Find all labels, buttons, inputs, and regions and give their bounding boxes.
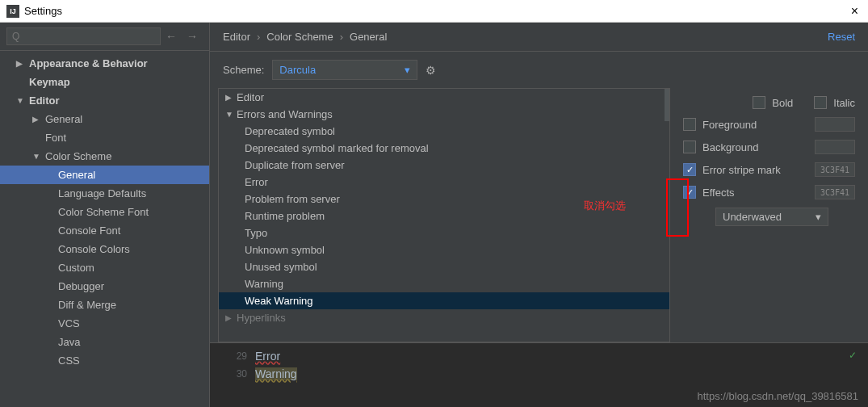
nav-cs-java[interactable]: Java (0, 333, 209, 351)
background-label: Background (702, 141, 808, 153)
watermark: https://blog.csdn.net/qq_39816581 (698, 390, 859, 402)
cat-item[interactable]: Typo (219, 224, 669, 241)
nav-color-scheme[interactable]: ▼Color Scheme (0, 147, 209, 166)
cat-item[interactable]: Unused symbol (219, 258, 669, 275)
nav-cs-general[interactable]: General (0, 166, 209, 184)
sidebar: ← → ▶Appearance & Behavior Keymap ▼Edito… (0, 23, 210, 407)
cat-item[interactable]: Deprecated symbol (219, 123, 669, 140)
chevron-right-icon: › (340, 31, 343, 43)
cat-weak-warning[interactable]: Weak Warning (219, 292, 669, 309)
options-panel: Bold Italic Foreground Background ✓ (670, 88, 868, 342)
bold-label: Bold (772, 97, 793, 109)
nav-cs-vcs[interactable]: VCS (0, 314, 209, 333)
error-stripe-checkbox[interactable]: ✓ (683, 163, 696, 176)
app-icon: IJ (6, 5, 19, 18)
nav-font[interactable]: Font (0, 128, 209, 147)
error-stripe-swatch[interactable]: 3C3F41 (815, 162, 855, 177)
settings-tree: ▶Appearance & Behavior Keymap ▼Editor ▶G… (0, 51, 209, 407)
background-checkbox[interactable] (683, 141, 696, 153)
background-swatch[interactable] (815, 140, 855, 154)
scrollbar[interactable] (665, 89, 669, 121)
nav-keymap[interactable]: Keymap (0, 73, 209, 91)
titlebar: IJ Settings × (0, 0, 868, 23)
cat-item[interactable]: Unknown symbol (219, 241, 669, 258)
effects-checkbox[interactable]: ✓ (683, 186, 696, 199)
breadcrumb-color-scheme[interactable]: Color Scheme (266, 31, 333, 43)
nav-cs-lang-defaults[interactable]: Language Defaults (0, 184, 209, 203)
nav-cs-diff[interactable]: Diff & Merge (0, 296, 209, 314)
preview-warning: Warning (255, 367, 297, 380)
breadcrumb-general: General (350, 31, 387, 43)
nav-general[interactable]: ▶General (0, 110, 209, 128)
nav-cs-custom[interactable]: Custom (0, 258, 209, 277)
breadcrumb-editor[interactable]: Editor (223, 31, 250, 43)
scheme-label: Scheme: (223, 64, 264, 76)
chevron-right-icon: › (257, 31, 260, 43)
cat-editor[interactable]: ▶Editor (219, 89, 669, 106)
scheme-select[interactable]: Darcula ▾ (272, 60, 417, 80)
reset-button[interactable]: Reset (828, 31, 855, 43)
cat-item[interactable]: Warning (219, 275, 669, 292)
annotation-text: 取消勾选 (584, 199, 626, 213)
error-stripe-label: Error stripe mark (702, 164, 808, 176)
chevron-down-icon: ▾ (816, 211, 821, 223)
cat-errors-warnings[interactable]: ▼Errors and Warnings (219, 106, 669, 123)
line-number: 29 (223, 350, 247, 362)
nav-cs-font[interactable]: Color Scheme Font (0, 203, 209, 221)
italic-label: Italic (833, 97, 855, 109)
italic-checkbox[interactable] (814, 96, 827, 109)
nav-cs-css[interactable]: CSS (0, 351, 209, 370)
foreground-label: Foreground (702, 119, 808, 131)
effects-type-select[interactable]: Underwaved ▾ (715, 208, 828, 226)
line-number: 30 (223, 368, 247, 380)
breadcrumb: Editor › Color Scheme › General Reset (210, 23, 868, 52)
window-title: Settings (24, 5, 62, 17)
main-panel: Editor › Color Scheme › General Reset Sc… (210, 23, 868, 407)
effects-swatch[interactable]: 3C3F41 (815, 185, 855, 199)
preview-error: Error (255, 350, 280, 363)
nav-editor[interactable]: ▼Editor (0, 91, 209, 110)
search-input[interactable] (6, 27, 161, 45)
check-icon: ✓ (849, 350, 857, 361)
effects-label: Effects (702, 187, 808, 199)
foreground-swatch[interactable] (815, 117, 855, 132)
category-tree: ▶Editor ▼Errors and Warnings Deprecated … (218, 88, 670, 342)
cat-hyperlinks[interactable]: ▶Hyperlinks (219, 309, 669, 326)
nav-forward-icon[interactable]: → (182, 30, 203, 43)
nav-cs-debugger[interactable]: Debugger (0, 277, 209, 296)
gear-icon[interactable]: ⚙ (426, 64, 436, 77)
nav-cs-console-font[interactable]: Console Font (0, 221, 209, 240)
nav-cs-console-colors[interactable]: Console Colors (0, 240, 209, 258)
cat-item[interactable]: Deprecated symbol marked for removal (219, 140, 669, 157)
bold-checkbox[interactable] (753, 96, 765, 109)
cat-item[interactable]: Error (219, 174, 669, 191)
cat-item[interactable]: Duplicate from server (219, 157, 669, 174)
close-icon[interactable]: × (848, 4, 862, 19)
chevron-down-icon: ▾ (405, 64, 410, 76)
nav-back-icon[interactable]: ← (161, 30, 182, 43)
foreground-checkbox[interactable] (683, 118, 696, 131)
nav-appearance[interactable]: ▶Appearance & Behavior (0, 54, 209, 73)
